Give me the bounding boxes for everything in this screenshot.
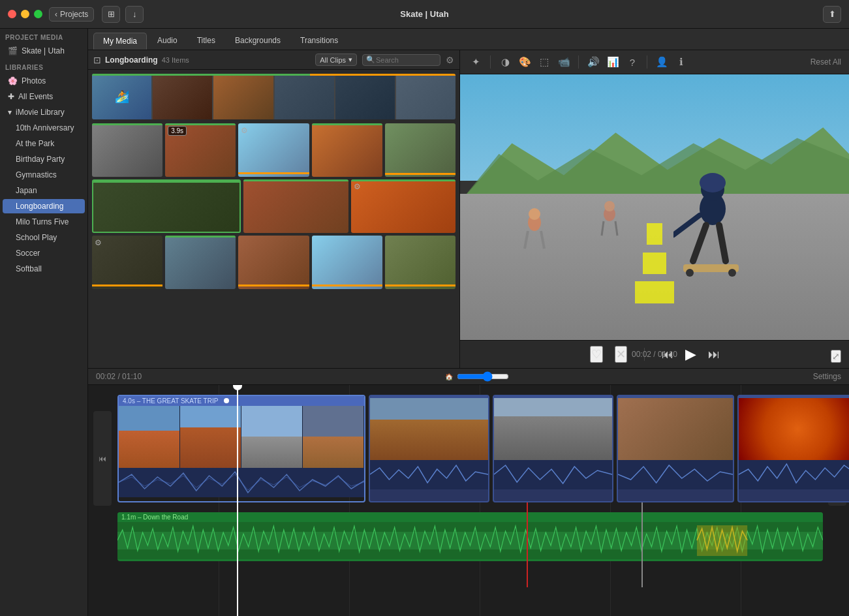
minimize-button[interactable] [21,10,29,18]
sidebar-item-school-play[interactable]: School Play [3,230,85,245]
timeline-toolbar: 00:02 / 01:10 🏠 Settings [88,369,849,385]
media-thumb-3b[interactable] [243,179,348,233]
sidebar-item-milo-turns-five[interactable]: Milo Turns Five [3,215,85,229]
media-thumb-3a[interactable] [92,179,241,233]
thumb-skate5[interactable] [335,74,395,119]
speed-tool[interactable]: 👤 [654,54,670,70]
mountains [460,122,849,202]
media-strip-row1[interactable]: 🏄 [92,74,455,119]
media-thumb-4d[interactable] [312,236,382,289]
play-button[interactable]: ▶ [685,346,696,363]
clip-4[interactable] [617,395,734,502]
sidebar-item-all-events[interactable]: ✚ All Events [3,89,85,104]
media-thumb-4e[interactable] [385,236,455,289]
tertiary-marker [641,502,643,587]
sidebar-item-gymnastics[interactable]: Gymnastics [3,168,85,182]
tab-audio[interactable]: Audio [148,33,187,50]
zoom-slider[interactable] [457,371,509,382]
media-thumb-3c[interactable]: ⚙ [351,179,455,233]
timeline-content[interactable]: ⏮ ⏭ 4.0s – THE GREAT SKATE TRIP [88,385,849,616]
thumb-skate4[interactable] [275,74,334,119]
clip-thumb-4 [303,406,364,468]
audio-tool[interactable]: 🔊 [585,54,601,70]
search-icon: 🔍 [366,55,375,64]
settings-gear-icon[interactable]: ⚙ [446,55,454,65]
fullscreen-preview-button[interactable]: ⤢ [831,350,841,363]
share-button[interactable]: ⬆ [823,6,841,23]
crop-tool[interactable]: ⬚ [536,54,552,70]
tab-backgrounds[interactable]: Backgrounds [226,33,290,50]
library-arrow-icon: ▾ [8,108,12,117]
favorite-button[interactable]: ♡ [590,346,603,363]
thumb-skate1[interactable]: 🏄 [92,74,151,119]
sidebar-item-softball[interactable]: Softball [3,262,85,276]
sidebar-item-japan[interactable]: Japan [3,183,85,198]
import-button[interactable]: ↓ [125,6,144,23]
noise-reduction-tool[interactable]: ? [625,54,640,70]
item-label: Milo Turns Five [16,217,69,226]
item-label: Softball [16,264,42,273]
timeline-time-display: 00:02 / 01:10 [96,372,142,381]
tab-transitions[interactable]: Transitions [291,33,347,50]
svg-point-10 [728,269,736,277]
media-thumb-2a[interactable] [92,123,162,177]
tab-my-media[interactable]: My Media [93,33,147,50]
equalizer-tool[interactable]: 📊 [605,54,621,70]
skip-to-start-button[interactable]: ⏮ [93,411,112,506]
audio-clip-down-the-road[interactable]: 1.1m – Down the Road [117,512,823,561]
grid-view-button[interactable]: ⊞ [102,6,120,23]
chevron-left-icon: ‹ [55,10,57,19]
media-thumb-2d[interactable] [312,123,382,177]
photos-label: Photos [22,76,46,85]
sidebar-item-imovie-library[interactable]: ▾ iMovie Library [3,105,85,119]
media-thumb-2b[interactable]: 3.9s [165,123,236,177]
media-thumb-2c[interactable]: ⚙ [238,123,309,177]
media-row-2: 3.9s ⚙ [92,123,455,177]
clip-3[interactable] [493,395,613,502]
duration-badge-2b: 3.9s [168,126,187,136]
item-label: School Play [16,233,57,242]
media-thumb-4a[interactable]: ⚙ [92,236,162,289]
media-thumb-2e[interactable] [385,123,455,177]
reject-button[interactable]: ✕ [615,346,627,363]
clips-filter[interactable]: All Clips ▾ [315,54,357,66]
go-to-end-button[interactable]: ⏭ [708,348,720,362]
video-preview[interactable] [460,74,849,340]
share-button-container: ⬆ [823,6,841,23]
clip-thumb-1 [119,406,180,468]
clip-orange-wheel[interactable] [737,395,849,502]
item-label: Longboarding [16,202,63,211]
sidebar-item-soccer[interactable]: Soccer [3,246,85,260]
sidebar-item-10th-anniversary[interactable]: 10th Anniversary [3,121,85,135]
info-tool[interactable]: ℹ [673,54,689,70]
clip-2[interactable] [369,395,489,502]
camera-tool[interactable]: 📹 [556,54,572,70]
preview-toolbar: ✦ ◑ 🎨 ⬚ 📹 🔊 📊 ? 👤 ℹ Reset A [460,50,849,74]
thumb-skate3[interactable] [213,74,273,119]
media-thumb-4c[interactable] [238,236,309,289]
sidebar-item-project[interactable]: 🎬 Skate | Utah [3,44,85,58]
clip-great-skate-trip[interactable]: 4.0s – THE GREAT SKATE TRIP [117,395,365,502]
tab-titles[interactable]: Titles [188,33,224,50]
media-thumb-4b[interactable] [165,236,236,289]
sidebar-item-photos[interactable]: 🌸 Photos [3,74,85,88]
settings-button[interactable]: Settings [813,372,841,381]
timeline-area: 00:02 / 01:10 🏠 Settings [88,368,849,616]
close-button[interactable] [8,10,16,18]
playhead[interactable] [237,385,238,616]
fullscreen-button[interactable] [34,10,42,18]
event-title: Longboarding [105,55,158,65]
sidebar-item-longboarding[interactable]: Longboarding [3,199,85,213]
color-tool[interactable]: 🎨 [517,54,533,70]
item-count: 43 Items [162,56,189,64]
sidebar-item-at-the-park[interactable]: At the Park [3,136,85,151]
reset-all-button[interactable]: Reset All [810,57,841,67]
thumb-skate2[interactable] [153,74,212,119]
color-correction-tool[interactable]: ◑ [497,54,513,70]
sidebar-item-birthday-party[interactable]: Birthday Party [3,152,85,166]
item-label: Birthday Party [16,155,65,164]
magic-wand-tool[interactable]: ✦ [468,54,484,70]
window-title: Skate | Utah [400,9,448,19]
thumb-skate6[interactable] [396,74,455,119]
projects-button[interactable]: ‹ Projects [49,7,94,22]
